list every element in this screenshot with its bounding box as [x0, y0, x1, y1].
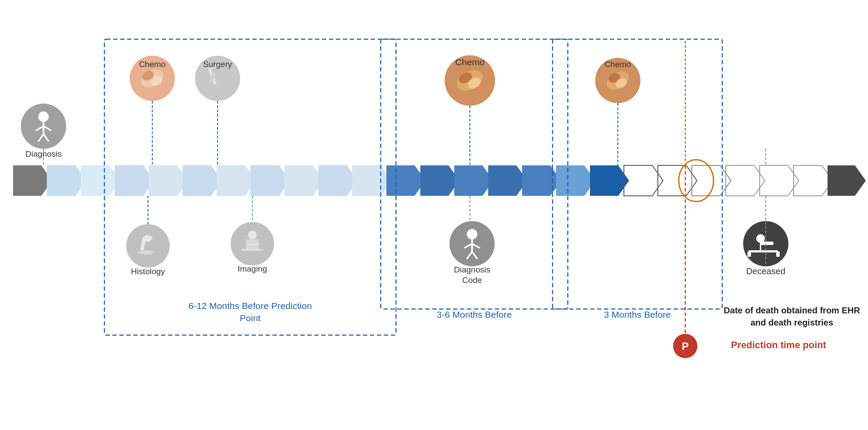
- svg-marker-18: [624, 165, 663, 196]
- svg-text:Point: Point: [240, 313, 261, 323]
- svg-marker-15: [522, 165, 561, 196]
- svg-marker-1: [47, 165, 86, 196]
- svg-text:Diagnosis: Diagnosis: [454, 265, 490, 274]
- svg-marker-0: [13, 165, 52, 196]
- svg-marker-17: [590, 165, 629, 196]
- svg-marker-3: [115, 165, 154, 196]
- svg-marker-24: [828, 165, 866, 196]
- svg-point-65: [467, 229, 477, 239]
- diagram-container: P Diagnosis Chemo Surgery Chemo Chemo Hi…: [0, 0, 868, 430]
- svg-marker-4: [149, 165, 188, 196]
- svg-marker-5: [183, 165, 222, 196]
- svg-marker-14: [488, 165, 527, 196]
- svg-text:Deceased: Deceased: [746, 266, 785, 276]
- svg-point-54: [126, 224, 170, 268]
- svg-text:Surgery: Surgery: [203, 60, 232, 69]
- svg-marker-8: [285, 165, 324, 196]
- svg-rect-75: [748, 250, 778, 252]
- svg-text:3 Months Before: 3 Months Before: [604, 309, 671, 319]
- svg-text:Chemo: Chemo: [139, 60, 165, 69]
- svg-text:Code: Code: [462, 275, 482, 285]
- svg-marker-23: [794, 165, 833, 196]
- svg-point-60: [248, 231, 257, 239]
- svg-marker-11: [386, 165, 426, 196]
- svg-rect-73: [761, 242, 774, 245]
- svg-text:6-12 Months Before Prediction: 6-12 Months Before Prediction: [188, 301, 312, 311]
- svg-text:Date of death obtained  from E: Date of death obtained from EHR: [724, 306, 860, 315]
- svg-point-58: [144, 235, 151, 242]
- svg-rect-77: [776, 252, 780, 257]
- svg-rect-63: [241, 249, 263, 251]
- svg-text:Histology: Histology: [131, 267, 165, 276]
- svg-marker-19: [658, 165, 697, 196]
- svg-text:Chemo: Chemo: [455, 57, 485, 67]
- svg-point-90: [679, 160, 714, 202]
- svg-point-57: [138, 250, 154, 255]
- svg-marker-22: [760, 165, 799, 196]
- svg-marker-12: [420, 165, 459, 196]
- svg-marker-2: [81, 165, 120, 196]
- svg-text:Imaging: Imaging: [238, 264, 267, 273]
- svg-marker-13: [454, 165, 493, 196]
- svg-text:and death registries: and death registries: [751, 318, 833, 327]
- svg-text:3-6 Months Before: 3-6 Months Before: [437, 309, 512, 319]
- svg-text:Prediction time point: Prediction time point: [731, 339, 826, 350]
- svg-marker-10: [352, 165, 392, 196]
- svg-marker-21: [726, 165, 765, 196]
- svg-marker-16: [556, 165, 595, 196]
- svg-point-29: [38, 111, 49, 122]
- svg-text:Diagnosis: Diagnosis: [25, 149, 61, 158]
- svg-text:Chemo: Chemo: [604, 60, 631, 69]
- svg-text:P: P: [682, 340, 689, 352]
- svg-marker-9: [318, 165, 358, 196]
- svg-marker-6: [217, 165, 256, 196]
- svg-marker-7: [251, 165, 290, 196]
- svg-rect-76: [747, 252, 751, 257]
